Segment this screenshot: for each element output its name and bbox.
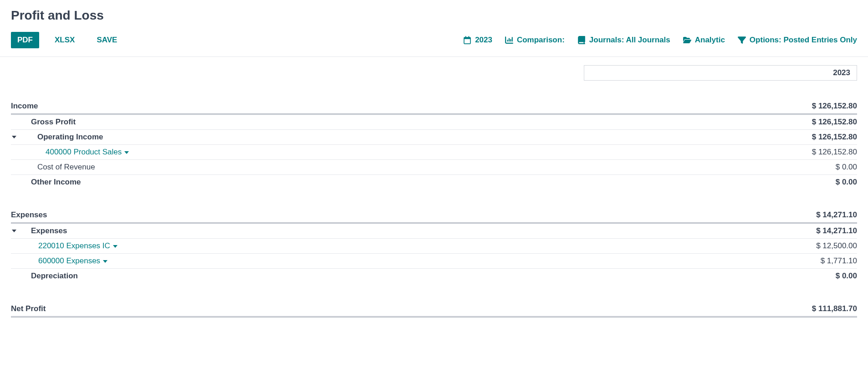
income-value: $ 126,152.80 <box>812 102 857 111</box>
filter-icon <box>738 36 746 44</box>
depreciation-row[interactable]: Depreciation $ 0.00 <box>11 269 857 283</box>
net-profit-section: Net Profit $ 111,881.70 <box>11 302 857 317</box>
product-sales-row[interactable]: 400000 Product Sales $ 126,152.80 <box>11 145 857 160</box>
book-icon <box>577 36 586 44</box>
journals-filter-label: Journals: All Journals <box>589 36 670 45</box>
gross-profit-label: Gross Profit <box>11 118 812 127</box>
expenses-ic-value: $ 12,500.00 <box>816 241 857 251</box>
expenses-600000-link[interactable]: 600000 Expenses <box>38 256 107 266</box>
page-title: Profit and Loss <box>11 8 857 23</box>
comparison-filter[interactable]: Comparison: <box>505 36 565 45</box>
options-filter-label: Options: Posted Entries Only <box>750 36 857 45</box>
expenses-sub-value: $ 14,271.10 <box>816 226 857 235</box>
cost-of-revenue-label: Cost of Revenue <box>11 163 836 172</box>
depreciation-value: $ 0.00 <box>836 271 857 281</box>
pdf-button[interactable]: PDF <box>11 32 39 48</box>
operating-income-label: Operating Income <box>31 133 103 142</box>
expenses-ic-row[interactable]: 220010 Expenses IC $ 12,500.00 <box>11 239 857 254</box>
gross-profit-row[interactable]: Gross Profit $ 126,152.80 <box>11 115 857 130</box>
other-income-row[interactable]: Other Income $ 0.00 <box>11 175 857 189</box>
expenses-600000-row[interactable]: 600000 Expenses $ 1,771.10 <box>11 254 857 269</box>
operating-income-value: $ 126,152.80 <box>812 133 857 142</box>
column-header-year: 2023 <box>584 65 857 81</box>
other-income-label: Other Income <box>11 178 836 187</box>
cost-of-revenue-row[interactable]: Cost of Revenue $ 0.00 <box>11 160 857 175</box>
xlsx-button[interactable]: XLSX <box>48 32 81 48</box>
expenses-600000-value: $ 1,771.10 <box>821 256 857 266</box>
caret-down-icon <box>124 151 129 154</box>
analytic-filter-label: Analytic <box>695 36 725 45</box>
cost-of-revenue-value: $ 0.00 <box>836 163 857 172</box>
product-sales-value: $ 126,152.80 <box>812 148 857 157</box>
depreciation-label: Depreciation <box>11 271 836 281</box>
caret-down-icon <box>113 245 117 248</box>
gross-profit-value: $ 126,152.80 <box>812 118 857 127</box>
options-filter[interactable]: Options: Posted Entries Only <box>738 36 857 45</box>
save-button[interactable]: SAVE <box>90 32 123 48</box>
caret-down-icon[interactable] <box>12 230 16 232</box>
product-sales-link[interactable]: 400000 Product Sales <box>46 148 129 157</box>
journals-filter[interactable]: Journals: All Journals <box>577 36 670 45</box>
expenses-value: $ 14,271.10 <box>816 210 857 220</box>
bar-chart-icon <box>505 36 513 44</box>
toolbar: PDF XLSX SAVE 2023 Comparison: Journals:… <box>0 32 868 57</box>
operating-income-row[interactable]: Operating Income $ 126,152.80 <box>11 130 857 145</box>
calendar-icon <box>463 36 471 44</box>
expenses-header-row[interactable]: Expenses $ 14,271.10 <box>11 208 857 224</box>
expenses-sub-row[interactable]: Expenses $ 14,271.10 <box>11 224 857 239</box>
period-filter[interactable]: 2023 <box>463 36 492 45</box>
expenses-label: Expenses <box>11 210 816 220</box>
income-header-row[interactable]: Income $ 126,152.80 <box>11 99 857 115</box>
caret-down-icon[interactable] <box>12 136 16 138</box>
income-label: Income <box>11 102 812 111</box>
net-profit-value: $ 111,881.70 <box>812 304 857 313</box>
expenses-sub-label: Expenses <box>31 226 67 235</box>
other-income-value: $ 0.00 <box>836 178 857 187</box>
comparison-filter-label: Comparison: <box>517 36 565 45</box>
expenses-ic-link[interactable]: 220010 Expenses IC <box>38 241 117 251</box>
income-section: Income $ 126,152.80 Gross Profit $ 126,1… <box>11 99 857 189</box>
analytic-filter[interactable]: Analytic <box>683 36 725 45</box>
net-profit-row[interactable]: Net Profit $ 111,881.70 <box>11 302 857 317</box>
folder-open-icon <box>683 36 691 44</box>
expenses-section: Expenses $ 14,271.10 Expenses $ 14,271.1… <box>11 208 857 283</box>
caret-down-icon <box>103 260 107 263</box>
net-profit-label: Net Profit <box>11 304 812 313</box>
period-filter-label: 2023 <box>475 36 492 45</box>
